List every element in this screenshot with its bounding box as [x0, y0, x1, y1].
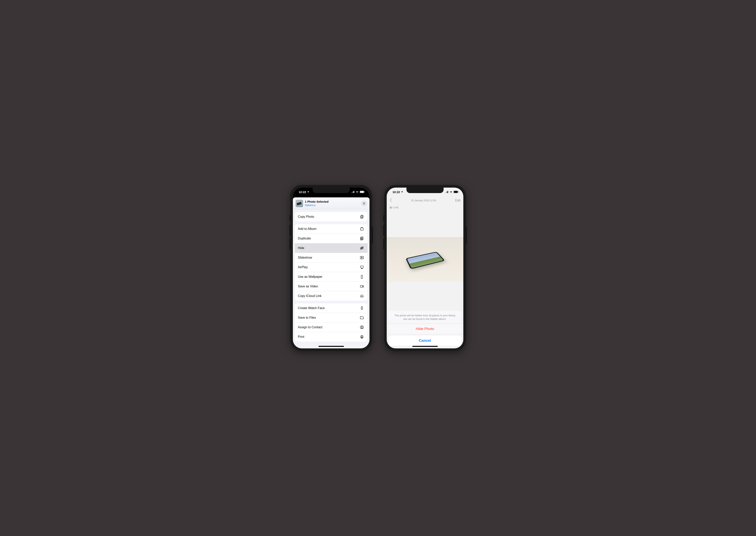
action-sheet: This photo will be hidden from all place…	[389, 311, 461, 346]
action-label: Slideshow	[298, 256, 312, 259]
action-print[interactable]: Print	[295, 332, 367, 342]
hide-warning-text: This photo will be hidden from all place…	[389, 311, 461, 324]
action-hide[interactable]: Hide	[295, 243, 367, 253]
cloud-icon	[359, 294, 364, 298]
svg-rect-25	[445, 192, 446, 193]
home-indicator[interactable]	[319, 346, 344, 347]
svg-rect-11	[361, 237, 363, 239]
action-label: AirPlay	[298, 265, 308, 269]
nav-bar: 20 January 2019 12:50 Edit	[387, 196, 463, 205]
contact-icon	[359, 325, 364, 329]
action-group: Add to AlbumDuplicateHideSlideshowAirPla…	[295, 224, 367, 301]
watch-icon	[359, 306, 364, 310]
svg-rect-2	[353, 191, 354, 193]
svg-rect-15	[361, 275, 362, 279]
action-save-to-files[interactable]: Save to Files	[295, 313, 367, 322]
svg-rect-27	[447, 191, 447, 193]
share-sheet-body[interactable]: Copy PhotoAdd to AlbumDuplicateHideSlide…	[293, 209, 369, 348]
svg-rect-31	[458, 191, 458, 192]
action-label: Copy Photo	[298, 215, 314, 218]
close-icon	[363, 202, 365, 205]
notch	[313, 187, 350, 193]
action-assign-to-contact[interactable]: Assign to Contact	[295, 322, 367, 332]
edit-button[interactable]: Edit	[455, 199, 460, 202]
location-icon	[307, 191, 309, 193]
wifi-icon	[450, 191, 453, 193]
home-indicator[interactable]	[412, 346, 438, 347]
action-label: Copy iCloud Link	[298, 294, 322, 298]
action-label: Save to Files	[298, 316, 316, 319]
hide-icon	[359, 246, 364, 250]
video-icon	[359, 284, 364, 288]
svg-rect-26	[446, 192, 446, 193]
status-time: 10:22	[299, 190, 306, 194]
wifi-icon	[356, 191, 359, 193]
action-label: Use as Wallpaper	[298, 275, 323, 279]
copy-icon	[359, 215, 364, 219]
airplay-icon	[359, 265, 364, 269]
svg-point-33	[390, 207, 392, 208]
close-button[interactable]	[361, 201, 367, 206]
svg-rect-30	[454, 191, 457, 193]
cellular-icon	[351, 191, 355, 193]
cellular-icon	[445, 191, 449, 193]
action-card: This photo will be hidden from all place…	[389, 311, 461, 334]
device-frame-right: 10:22 20 January 2019 12:50 Edit LIV	[384, 185, 466, 351]
screen-photo-detail: 10:22 20 January 2019 12:50 Edit LIV	[387, 187, 463, 349]
duplicate-icon	[359, 236, 364, 241]
svg-rect-3	[354, 191, 354, 193]
photo-content	[405, 251, 445, 269]
action-use-as-wallpaper[interactable]: Use as Wallpaper	[295, 272, 367, 282]
action-copy-icloud-link[interactable]: Copy iCloud Link	[295, 291, 367, 301]
hide-photo-button[interactable]: Hide Photo	[389, 324, 461, 334]
svg-rect-0	[351, 192, 352, 193]
svg-rect-7	[361, 215, 363, 218]
action-airplay[interactable]: AirPlay	[295, 262, 367, 272]
phone-icon	[359, 275, 364, 279]
action-save-as-video[interactable]: Save as Video	[295, 282, 367, 291]
action-label: Print	[298, 335, 304, 339]
chevron-right-icon	[314, 204, 315, 206]
svg-rect-28	[448, 191, 448, 193]
location-icon	[401, 191, 403, 193]
action-label: Create Watch Face	[298, 306, 325, 310]
battery-icon	[454, 191, 458, 193]
folder-icon	[359, 316, 364, 320]
svg-point-21	[361, 326, 362, 327]
svg-rect-5	[360, 191, 363, 193]
live-icon	[390, 206, 392, 209]
svg-rect-19	[361, 307, 362, 309]
play-icon	[359, 255, 364, 260]
screen-share-sheet: 10:22 1 Photo Selected Options	[293, 187, 369, 349]
action-group: Copy Photo	[295, 212, 367, 221]
svg-rect-1	[352, 192, 353, 193]
svg-rect-6	[364, 191, 364, 192]
share-sheet-header: 1 Photo Selected Options	[293, 197, 369, 209]
notch	[406, 187, 444, 193]
status-time: 10:22	[393, 190, 400, 194]
action-add-to-album[interactable]: Add to Album	[295, 224, 367, 234]
action-duplicate[interactable]: Duplicate	[295, 234, 367, 243]
battery-icon	[360, 191, 365, 193]
chevron-left-icon	[390, 198, 392, 202]
action-create-watch-face[interactable]: Create Watch Face	[295, 303, 367, 313]
photo-preview[interactable]	[387, 237, 463, 282]
photo-thumbnail[interactable]	[296, 200, 303, 207]
live-badge: LIVE	[390, 206, 399, 209]
action-group: Create Watch FaceSave to FilesAssign to …	[295, 303, 367, 342]
print-icon	[359, 335, 364, 339]
share-options-link[interactable]: Options	[305, 204, 316, 207]
svg-rect-8	[361, 216, 362, 218]
action-label: Add to Album	[298, 227, 317, 231]
action-label: Assign to Contact	[298, 325, 322, 329]
back-button[interactable]	[390, 198, 392, 203]
action-label: Save as Video	[298, 285, 318, 288]
action-slideshow[interactable]: Slideshow	[295, 253, 367, 262]
album-icon	[359, 227, 364, 231]
share-sheet: 1 Photo Selected Options Copy PhotoAdd t…	[293, 197, 369, 349]
svg-rect-16	[360, 285, 362, 287]
svg-rect-23	[361, 335, 362, 336]
device-frame-left: 10:22 1 Photo Selected Options	[290, 185, 372, 351]
action-copy-photo[interactable]: Copy Photo	[295, 212, 367, 221]
cancel-button[interactable]: Cancel	[389, 335, 461, 346]
